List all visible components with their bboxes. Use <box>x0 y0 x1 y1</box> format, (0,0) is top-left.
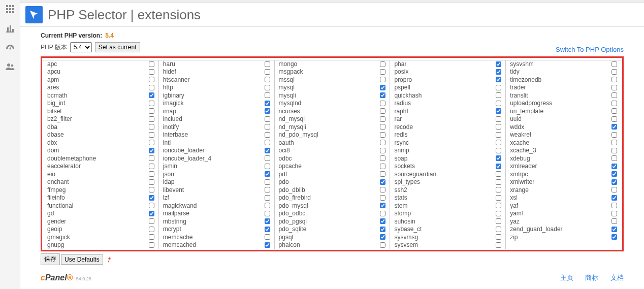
stats-icon[interactable] <box>5 23 15 34</box>
extension-checkbox-xdebug[interactable] <box>611 155 617 161</box>
extension-checkbox-xmlwriter[interactable] <box>611 179 617 185</box>
extension-checkbox-enchant[interactable] <box>149 179 154 185</box>
extension-checkbox-yaf[interactable] <box>611 203 617 208</box>
extension-checkbox-yaz[interactable] <box>611 218 617 224</box>
extension-checkbox-dbx[interactable] <box>149 140 154 145</box>
extension-checkbox-pdo_pgsql[interactable] <box>380 218 385 224</box>
extension-checkbox-radius[interactable] <box>496 101 501 106</box>
dashboard-icon[interactable] <box>5 43 15 53</box>
extension-checkbox-translit[interactable] <box>611 92 617 98</box>
extension-checkbox-xrange[interactable] <box>611 187 617 192</box>
extension-checkbox-xcache_3[interactable] <box>611 148 617 153</box>
extension-checkbox-fileinfo[interactable] <box>149 195 154 201</box>
extension-checkbox-pdo[interactable] <box>380 179 385 185</box>
extension-checkbox-pdo_firebird[interactable] <box>380 195 385 201</box>
extension-checkbox-functional[interactable] <box>149 203 154 208</box>
extension-checkbox-pspell[interactable] <box>496 85 501 90</box>
extension-checkbox-gmagick[interactable] <box>149 234 154 240</box>
extension-checkbox-rar[interactable] <box>496 116 501 122</box>
extension-checkbox-ares[interactable] <box>149 85 154 90</box>
extension-checkbox-mysqlnd[interactable] <box>380 101 385 106</box>
extension-checkbox-pdo_mysql[interactable] <box>380 203 385 208</box>
extension-checkbox-ioncube_loader_4[interactable] <box>265 155 270 161</box>
apps-icon[interactable] <box>5 4 15 14</box>
extension-checkbox-raphf[interactable] <box>496 108 501 114</box>
extension-checkbox-intl[interactable] <box>265 140 270 145</box>
extension-checkbox-suhosin[interactable] <box>496 218 501 224</box>
extension-checkbox-oci8[interactable] <box>380 148 385 153</box>
extension-checkbox-sybase_ct[interactable] <box>496 227 501 232</box>
switch-options-link[interactable]: Switch To PHP Options <box>556 46 624 53</box>
extension-checkbox-http[interactable] <box>265 85 270 90</box>
extension-checkbox-uuid[interactable] <box>611 116 617 122</box>
extension-checkbox-zip[interactable] <box>611 234 617 240</box>
extension-checkbox-soap[interactable] <box>496 155 501 161</box>
footer-trademark-link[interactable]: 商标 <box>585 274 598 281</box>
extension-checkbox-nd_mysql[interactable] <box>380 116 385 122</box>
extension-checkbox-ncurses[interactable] <box>380 108 385 114</box>
users-icon[interactable] <box>5 62 15 72</box>
extension-checkbox-dba[interactable] <box>149 124 154 130</box>
extension-checkbox-uri_template[interactable] <box>611 108 617 114</box>
extension-checkbox-mysqli[interactable] <box>380 92 385 98</box>
save-button[interactable]: 保存 <box>41 253 60 265</box>
extension-checkbox-weakref[interactable] <box>611 132 617 138</box>
extension-checkbox-htscanner[interactable] <box>265 77 270 82</box>
extension-checkbox-sockets[interactable] <box>496 164 501 169</box>
extension-checkbox-dom[interactable] <box>149 148 154 153</box>
extension-checkbox-nd_pdo_mysql[interactable] <box>380 132 385 138</box>
extension-checkbox-gender[interactable] <box>149 218 154 224</box>
extension-checkbox-memcached[interactable] <box>265 242 270 248</box>
extension-checkbox-hidef[interactable] <box>265 69 270 75</box>
extension-checkbox-eaccelerator[interactable] <box>149 164 154 169</box>
extension-checkbox-geoip[interactable] <box>149 227 154 232</box>
extension-checkbox-bcmath[interactable] <box>149 92 154 98</box>
extension-checkbox-apcu[interactable] <box>149 69 154 75</box>
extension-checkbox-uploadprogress[interactable] <box>611 101 617 106</box>
extension-checkbox-inclued[interactable] <box>265 116 270 122</box>
extension-checkbox-lzf[interactable] <box>265 195 270 201</box>
extension-checkbox-json[interactable] <box>265 171 270 177</box>
extension-checkbox-magickwand[interactable] <box>265 203 270 208</box>
extension-checkbox-bz2_filter[interactable] <box>149 116 154 122</box>
extension-checkbox-imagick[interactable] <box>265 101 270 106</box>
extension-checkbox-nd_mysqli[interactable] <box>380 124 385 130</box>
extension-checkbox-libevent[interactable] <box>265 187 270 192</box>
extension-checkbox-mcrypt[interactable] <box>265 227 270 232</box>
extension-checkbox-gd[interactable] <box>149 211 154 216</box>
extension-checkbox-sourceguardian[interactable] <box>496 171 501 177</box>
extension-checkbox-haru[interactable] <box>265 61 270 67</box>
extension-checkbox-redis[interactable] <box>496 132 501 138</box>
extension-checkbox-pdf[interactable] <box>380 171 385 177</box>
extension-checkbox-big_int[interactable] <box>149 101 154 106</box>
extension-checkbox-spl_types[interactable] <box>496 179 501 185</box>
extension-checkbox-sysvmsg[interactable] <box>496 234 501 240</box>
extension-checkbox-memcache[interactable] <box>265 234 270 240</box>
extension-checkbox-xmlreader[interactable] <box>611 164 617 169</box>
extension-checkbox-ssh2[interactable] <box>496 187 501 192</box>
extension-checkbox-propro[interactable] <box>496 77 501 82</box>
extension-checkbox-igbinary[interactable] <box>265 92 270 98</box>
extension-checkbox-pdo_sqlite[interactable] <box>380 227 385 232</box>
footer-home-link[interactable]: 主页 <box>560 274 573 281</box>
extension-checkbox-xcache[interactable] <box>611 140 617 145</box>
extension-checkbox-apm[interactable] <box>149 77 154 82</box>
extension-checkbox-doublemetaphone[interactable] <box>149 155 154 161</box>
extension-checkbox-dbase[interactable] <box>149 132 154 138</box>
extension-checkbox-pdo_dblib[interactable] <box>380 187 385 192</box>
extension-checkbox-stats[interactable] <box>496 195 501 201</box>
extension-checkbox-snmp[interactable] <box>496 148 501 153</box>
extension-checkbox-mssql[interactable] <box>380 77 385 82</box>
extension-checkbox-xsl[interactable] <box>611 195 617 201</box>
php-version-select[interactable]: 5.4 <box>70 42 92 52</box>
extension-checkbox-stomp[interactable] <box>496 211 501 216</box>
extension-checkbox-xmlrpc[interactable] <box>611 171 617 177</box>
extension-checkbox-oauth[interactable] <box>380 140 385 145</box>
extension-checkbox-sysvshm[interactable] <box>611 61 617 67</box>
extension-checkbox-sysvsem[interactable] <box>496 242 501 248</box>
extension-checkbox-ldap[interactable] <box>265 179 270 185</box>
extension-checkbox-mongo[interactable] <box>380 61 385 67</box>
extension-checkbox-mysql[interactable] <box>380 85 385 90</box>
extension-checkbox-timezonedb[interactable] <box>611 77 617 82</box>
extension-checkbox-gnupg[interactable] <box>149 242 154 248</box>
